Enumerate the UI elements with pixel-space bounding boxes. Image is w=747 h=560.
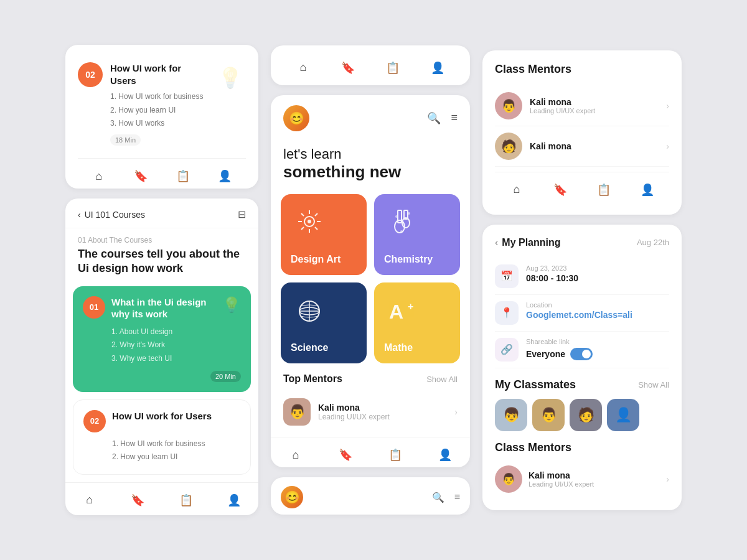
- bottom-nav-top-partial: ⌂ 🔖 📋 👤: [281, 50, 460, 80]
- nav-home-center-top[interactable]: ⌂: [293, 58, 313, 78]
- classmates-header: My Classmates Show All: [495, 378, 669, 391]
- bottom-mentor-name: Kali mona: [529, 470, 660, 480]
- bottom-mentor-info: Kali mona Leading UI/UX expert: [529, 470, 660, 488]
- nav-home-icon[interactable]: ⌂: [89, 166, 109, 186]
- planning-item-date: 📅 Aug 23, 2023 08:00 - 10:30: [495, 258, 669, 295]
- hero-title: something new: [283, 162, 458, 182]
- subject-card-mathe[interactable]: A + Mathe: [374, 282, 460, 363]
- planning-location-label: Location: [526, 301, 632, 309]
- nav-profile-icon[interactable]: 👤: [215, 166, 235, 186]
- back-label: UI 101 Courses: [85, 210, 145, 220]
- mathe-icon: A +: [384, 292, 421, 330]
- nav-home-right-top[interactable]: ⌂: [507, 180, 527, 200]
- item-badge-01: 01: [83, 296, 105, 319]
- mentor-info-2: Kali mona: [530, 141, 659, 151]
- subject-card-science[interactable]: Science: [281, 282, 367, 363]
- mentor-item-2[interactable]: 🧑 Kali mona ›: [495, 126, 669, 167]
- mentor-avatar-kali: 👨: [283, 398, 311, 426]
- item-title-02: How UI work for Users: [112, 410, 212, 422]
- header-icons: 🔍 ≡: [427, 111, 458, 125]
- link-icon-box: 🔗: [495, 338, 519, 362]
- planning-date-label: Aug 23, 2023: [526, 264, 578, 272]
- nav-profile-center[interactable]: 👤: [435, 445, 455, 465]
- hero-subtitle: let's learn: [283, 146, 458, 162]
- bottom-mentor-row[interactable]: 👨 Kali mona Leading UI/UX expert ›: [495, 460, 669, 498]
- item-points-02: 1. How UI work for business2. How you le…: [112, 437, 240, 464]
- course-duration: 18 Min: [110, 134, 141, 146]
- location-icon-box: 📍: [495, 301, 519, 325]
- svg-point-16: [400, 230, 403, 233]
- bottom-mentor-avatar: 👨: [495, 465, 522, 493]
- planning-time-value: 08:00 - 10:30: [526, 273, 578, 283]
- course-list-item-02[interactable]: 02 How UI work for Users 1. How UI work …: [73, 399, 251, 475]
- hero-text: let's learn something new: [271, 141, 470, 195]
- classmate-avatar-1[interactable]: 👦: [495, 399, 527, 431]
- nav-notes-center[interactable]: 📋: [385, 445, 405, 465]
- nav-bookmark-right-top[interactable]: 🔖: [550, 180, 570, 200]
- subject-card-chemistry[interactable]: Chemistry: [374, 194, 460, 275]
- search-icon-bottom[interactable]: 🔍: [432, 492, 444, 503]
- nav-home-center[interactable]: ⌂: [286, 445, 306, 465]
- planning-back-icon[interactable]: ‹: [495, 237, 498, 248]
- course-badge-02: 02: [78, 62, 103, 87]
- mentor-row-kali[interactable]: 👨 Kali mona Leading UI/UX expert ›: [271, 392, 470, 432]
- bottom-nav-center: ⌂ 🔖 📋 👤: [271, 437, 470, 467]
- nav-profile-right-top[interactable]: 👤: [637, 180, 657, 200]
- mentor-info-1: Kali mona Leading UI/UX expert: [530, 97, 659, 114]
- show-all-classmates[interactable]: Show All: [638, 380, 669, 390]
- design-art-icon: [291, 204, 328, 241]
- bottom-nav-right-top: ⌂ 🔖 📋 👤: [495, 172, 669, 202]
- chevron-right-icon-2: ›: [666, 141, 669, 151]
- classmate-avatar-3[interactable]: 🧑: [570, 399, 602, 431]
- planning-item-location: 📍 Location Googlemet.com/Class=ali: [495, 295, 669, 332]
- planning-share-value: Everyone: [526, 349, 565, 359]
- nav-bookmark-icon-2[interactable]: 🔖: [128, 490, 148, 510]
- nav-profile-icon-2[interactable]: 👤: [224, 490, 244, 510]
- nav-notes-center-top[interactable]: 📋: [383, 58, 403, 78]
- planning-location-info: Location Googlemet.com/Class=ali: [526, 301, 632, 320]
- center-bottom-partial-card: 😊 🔍 ≡: [271, 477, 470, 515]
- mentor-role-1: Leading UI/UX expert: [530, 107, 659, 114]
- mentor-item-1[interactable]: 👨 Kali mona Leading UI/UX expert ›: [495, 86, 669, 126]
- mentor-name-2: Kali mona: [530, 141, 659, 151]
- item-badge-02: 02: [83, 410, 106, 432]
- nav-bookmark-center-top[interactable]: 🔖: [338, 58, 358, 78]
- subject-card-design-art[interactable]: Design Art: [281, 194, 367, 275]
- nav-notes-icon-2[interactable]: 📋: [176, 490, 196, 510]
- nav-home-icon-2[interactable]: ⌂: [80, 490, 100, 510]
- filter-button[interactable]: ⊟: [238, 208, 246, 220]
- back-button[interactable]: ‹ UI 101 Courses: [78, 210, 145, 220]
- planning-item-share: 🔗 Shareable link Everyone: [495, 332, 669, 368]
- svg-line-5: [301, 213, 304, 216]
- nav-bookmark-icon[interactable]: 🔖: [131, 166, 151, 186]
- nav-notes-right-top[interactable]: 📋: [594, 180, 614, 200]
- user-avatar[interactable]: 😊: [283, 105, 309, 131]
- course-points: 1. How UI work for business2. How you le…: [110, 90, 207, 131]
- item-header-01: 01 What in the Ui design why its work 💡: [83, 296, 241, 320]
- mentor-name: Kali mona: [318, 403, 447, 413]
- menu-icon-bottom[interactable]: ≡: [454, 492, 460, 503]
- show-all-mentors-link[interactable]: Show All: [426, 375, 458, 384]
- search-icon[interactable]: 🔍: [427, 111, 441, 125]
- course-title: How UI work for Users: [110, 62, 207, 86]
- classmate-avatar-2[interactable]: 👨: [532, 399, 565, 431]
- subject-label-mathe: Mathe: [384, 342, 413, 353]
- bottom-avatar[interactable]: 😊: [281, 486, 303, 508]
- svg-text:A: A: [389, 301, 403, 323]
- center-header: 😊 🔍 ≡: [271, 95, 470, 141]
- class-mentors-header: Class Mentors: [495, 63, 669, 76]
- menu-icon[interactable]: ≡: [451, 111, 458, 125]
- course-decorative-icon: 💡: [215, 62, 246, 93]
- nav-notes-icon[interactable]: 📋: [173, 166, 193, 186]
- nav-profile-center-top[interactable]: 👤: [428, 58, 448, 78]
- section-label: 01 About The Courses: [65, 228, 258, 247]
- course-list-item-01[interactable]: 01 What in the Ui design why its work 💡 …: [73, 286, 251, 392]
- mentor-avatar-1: 👨: [495, 92, 522, 119]
- classmate-avatar-4[interactable]: 👤: [607, 399, 639, 431]
- shareable-link-toggle[interactable]: [570, 348, 593, 360]
- classmates-avatars: 👦 👨 🧑 👤: [495, 399, 669, 431]
- planning-location-link[interactable]: Googlemet.com/Class=ali: [526, 310, 632, 320]
- chevron-left-icon: ‹: [78, 210, 81, 220]
- item-duration-01: 20 Min: [210, 371, 241, 382]
- nav-bookmark-center[interactable]: 🔖: [336, 445, 355, 465]
